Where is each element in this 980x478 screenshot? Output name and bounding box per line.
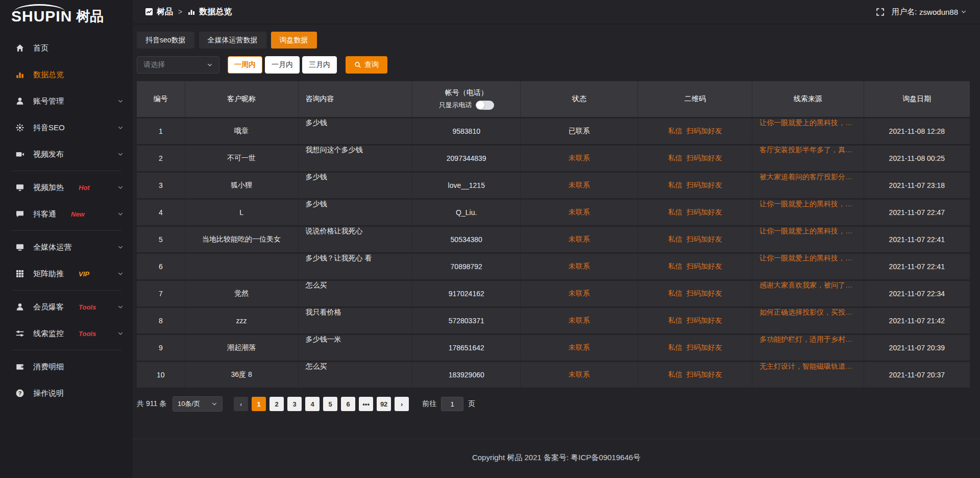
qr-link[interactable]: 扫码加好友 (687, 208, 722, 217)
source-link[interactable]: 让你一眼就爱上的黑科技，能… (760, 227, 857, 236)
qr-link[interactable]: 私信 (668, 127, 682, 136)
qr-link[interactable]: 私信 (668, 343, 682, 352)
sidebar-item-badge: Tools (79, 303, 96, 311)
sidebar-item-badge: Tools (79, 330, 96, 338)
cell-nickname: 狐小狸 (185, 173, 299, 198)
cell-id: 7 (137, 281, 185, 306)
source-link[interactable]: 多功能护栏灯，适用于乡村文… (760, 335, 857, 344)
qr-link[interactable]: 私信 (668, 289, 682, 298)
breadcrumb-item[interactable]: 树品 (145, 7, 173, 17)
cell-qrcode: 私信扫码加好友 (638, 227, 752, 252)
source-link[interactable]: 客厅安装投影半年多了，真实… (760, 146, 857, 155)
qr-link[interactable]: 私信 (668, 370, 682, 379)
source-link[interactable]: 让你一眼就爱上的黑科技，能… (760, 200, 857, 209)
sidebar-item-消费明细[interactable]: 消费明细 (0, 353, 133, 380)
sidebar-item-矩阵助推[interactable]: 矩阵助推VIP (0, 260, 133, 287)
filter-select[interactable]: 请选择 (137, 56, 219, 74)
cell-source: 让你一眼就爱上的黑科技，能… (752, 254, 864, 279)
cell-qrcode: 私信扫码加好友 (638, 335, 752, 361)
tab-抖音seo数据[interactable]: 抖音seo数据 (137, 32, 194, 49)
sidebar-item-视频发布[interactable]: 视频发布 (0, 141, 133, 168)
username-label: 用户名: (892, 7, 917, 17)
cell-date: 2021-11-08 00:25 (864, 146, 970, 171)
cell-status: 未联系 (521, 335, 638, 361)
user-menu[interactable]: 用户名: zswodun88 (892, 7, 967, 17)
tab-全媒体运营数据[interactable]: 全媒体运营数据 (199, 32, 266, 49)
sidebar-item-会员爆客[interactable]: 会员爆客Tools (0, 294, 133, 320)
home-icon (15, 43, 24, 53)
qr-link[interactable]: 扫码加好友 (687, 235, 722, 244)
range-button-三月内[interactable]: 三月内 (302, 56, 337, 74)
qr-link[interactable]: 扫码加好友 (687, 181, 722, 190)
source-link[interactable]: 如何正确选择投影仪，买投影… (760, 308, 857, 317)
sidebar-item-label: 视频加热 (33, 183, 64, 193)
cell-source: 如何正确选择投影仪，买投影… (752, 308, 864, 333)
col-header-content: 咨询内容 (299, 81, 413, 117)
prev-page-button[interactable]: ‹ (234, 397, 248, 411)
page-size-select[interactable]: 10条/页 (173, 396, 223, 412)
range-button-一月内[interactable]: 一月内 (265, 56, 300, 74)
sidebar-item-label: 操作说明 (33, 389, 64, 398)
sidebar-item-抖客通[interactable]: 抖客通New (0, 201, 133, 227)
qr-link[interactable]: 扫码加好友 (687, 343, 722, 352)
qr-link[interactable]: 私信 (668, 316, 682, 325)
page-button-1[interactable]: 1 (252, 397, 266, 411)
page-button-6[interactable]: 6 (341, 397, 355, 411)
qr-link[interactable]: 私信 (668, 154, 682, 163)
source-link[interactable]: 感谢大家喜欢我家，被问了好… (760, 281, 857, 290)
sidebar-item-全媒体运营[interactable]: 全媒体运营 (0, 234, 133, 260)
col-header-account: 帐号（电话） 只显示电话 (412, 81, 521, 117)
goto-page-input[interactable] (441, 397, 463, 411)
range-button-一周内[interactable]: 一周内 (228, 56, 262, 74)
page-button-3[interactable]: 3 (287, 397, 302, 411)
query-button[interactable]: 查询 (346, 56, 387, 74)
svg-text:?: ? (18, 390, 22, 396)
source-link[interactable]: 让你一眼就爱上的黑科技，能… (760, 254, 857, 263)
sidebar-item-label: 抖客通 (33, 209, 56, 219)
sidebar-item-label: 抖音SEO (33, 123, 65, 133)
table-row: 1036度 8怎么买183929060未联系私信扫码加好友无主灯设计，智能磁吸轨… (137, 362, 970, 388)
page-button-92[interactable]: 92 (377, 397, 391, 411)
qr-link[interactable]: 扫码加好友 (687, 316, 722, 325)
qr-link[interactable]: 私信 (668, 235, 682, 244)
fullscreen-icon[interactable] (876, 8, 885, 16)
next-page-button[interactable]: › (395, 397, 409, 411)
qr-link[interactable]: 私信 (668, 262, 682, 271)
breadcrumb-item[interactable]: 数据总览 (187, 7, 232, 17)
cell-source: 无主灯设计，智能磁吸轨道灯… (752, 362, 864, 388)
monitor-icon (15, 243, 24, 252)
trend-icon (145, 8, 153, 16)
qr-link[interactable]: 扫码加好友 (687, 262, 722, 271)
cell-date: 2021-11-07 22:41 (864, 227, 970, 252)
cell-content: 我只看价格 (299, 308, 413, 333)
sidebar-item-抖音SEO[interactable]: 抖音SEO (0, 114, 133, 141)
content: 抖音seo数据全媒体运营数据询盘数据 请选择 一周内一月内三月内 查询 编号 客… (133, 25, 980, 421)
cell-date: 2021-11-07 22:41 (864, 254, 970, 279)
page-button-5[interactable]: 5 (323, 397, 337, 411)
sidebar-item-首页[interactable]: 首页 (0, 35, 133, 61)
qr-link[interactable]: 扫码加好友 (687, 154, 722, 163)
page-button-2[interactable]: 2 (270, 397, 284, 411)
qr-link[interactable]: 扫码加好友 (687, 289, 722, 298)
sidebar-item-操作说明[interactable]: ?操作说明 (0, 380, 133, 407)
bar-chart-icon (15, 70, 24, 79)
page-ellipsis[interactable]: ••• (359, 397, 373, 411)
sidebar-item-线索监控[interactable]: 线索监控Tools (0, 320, 133, 347)
breadcrumb-label: 数据总览 (199, 7, 232, 17)
source-link[interactable]: 无主灯设计，智能磁吸轨道灯… (760, 362, 857, 371)
qr-link[interactable]: 私信 (668, 208, 682, 217)
cell-qrcode: 私信扫码加好友 (638, 254, 752, 279)
qr-link[interactable]: 私信 (668, 181, 682, 190)
qr-link[interactable]: 扫码加好友 (687, 370, 722, 379)
cell-id: 3 (137, 173, 185, 198)
sidebar-item-账号管理[interactable]: 账号管理 (0, 88, 133, 114)
source-link[interactable]: 被大家追着问的客厅投影分享… (760, 173, 857, 182)
page-button-4[interactable]: 4 (305, 397, 320, 411)
qr-link[interactable]: 扫码加好友 (687, 127, 722, 136)
phone-toggle[interactable] (476, 101, 494, 110)
cell-nickname: 哦章 (185, 118, 299, 144)
tab-询盘数据[interactable]: 询盘数据 (271, 32, 317, 49)
sidebar-item-视频加热[interactable]: 视频加热Hot (0, 174, 133, 201)
source-link[interactable]: 让你一眼就爱上的黑科技，能… (760, 118, 857, 128)
sidebar-item-数据总览[interactable]: 数据总览 (0, 61, 133, 88)
